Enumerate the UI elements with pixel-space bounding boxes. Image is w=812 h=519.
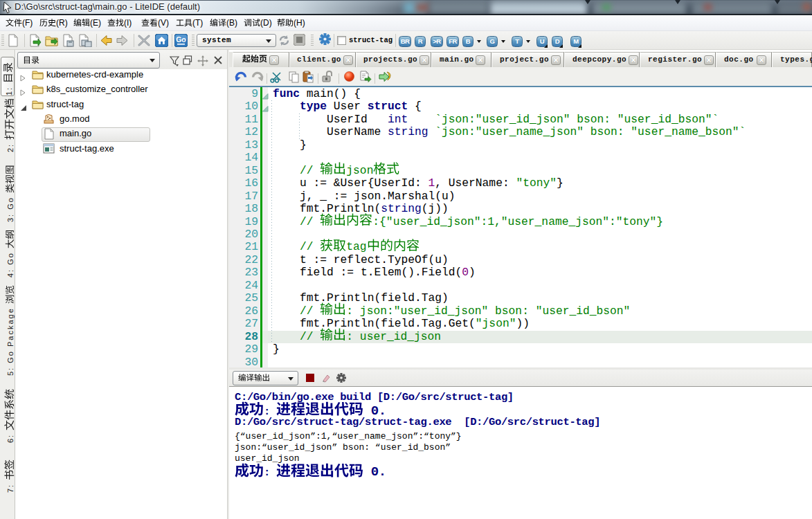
svg-text:Go: Go [176, 35, 186, 44]
